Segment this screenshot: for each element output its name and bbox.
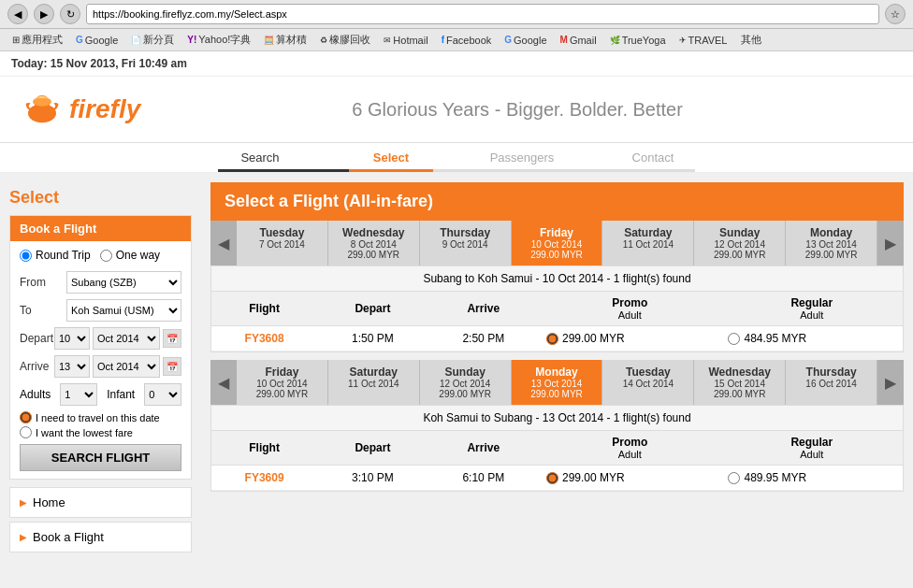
outbound-flight-id[interactable]: FY3608 xyxy=(211,326,317,351)
return-arrive-time: 6:10 PM xyxy=(428,466,539,491)
arrive-row: Arrive 13 Oct 2014 📅 xyxy=(20,355,181,378)
progress-label-select: Select xyxy=(349,151,433,172)
outbound-promo-radio-group[interactable]: 299.00 MYR xyxy=(546,332,713,345)
return-regular-radio-group[interactable]: 489.95 MYR xyxy=(728,471,895,484)
one-way-label[interactable]: One way xyxy=(100,249,160,262)
return-date-selector: ◀ Friday 10 Oct 2014 299.00 MYR Saturday… xyxy=(210,360,904,405)
progress-step-contact[interactable]: Contact xyxy=(611,151,695,172)
return-date-0[interactable]: Friday 10 Oct 2014 299.00 MYR xyxy=(237,360,328,405)
outbound-date-4[interactable]: Saturday 11 Oct 2014 xyxy=(602,221,694,265)
select-flight-title: Select a Flight (All-in-fare) xyxy=(210,182,904,221)
browser-chrome: ◀ ▶ ↻ ☆ ⊞ 應用程式 G Google 📄 新分頁 Y! Yahoo!字… xyxy=(0,0,913,51)
book-flight-content: Round Trip One way From Subang (SZB) xyxy=(10,241,191,479)
return-date-2[interactable]: Sunday 12 Oct 2014 299.00 MYR xyxy=(420,360,512,405)
bookmark-facebook[interactable]: f Facebook xyxy=(437,34,497,47)
lowest-fare-radio[interactable] xyxy=(20,426,32,438)
bookmark-recycle[interactable]: ♻ 橡膠回收 xyxy=(315,32,375,48)
return-flight-link[interactable]: FY3609 xyxy=(245,471,284,484)
today-value: 15 Nov 2013, Fri 10:49 am xyxy=(51,57,187,70)
return-result-header: Koh Samui to Subang - 13 Oct 2014 - 1 fl… xyxy=(211,406,903,431)
refresh-button[interactable]: ↻ xyxy=(60,4,80,24)
round-trip-label[interactable]: Round Trip xyxy=(20,249,91,262)
outbound-date-5[interactable]: Sunday 12 Oct 2014 299.00 MYR xyxy=(694,221,786,265)
return-regular-radio[interactable] xyxy=(728,472,740,484)
book-flight-arrow-icon: ▶ xyxy=(20,532,27,542)
return-promo-radio[interactable] xyxy=(546,472,558,484)
infant-select[interactable]: 0 xyxy=(144,383,181,406)
outbound-flight-link[interactable]: FY3608 xyxy=(245,332,284,345)
return-promo-radio-group[interactable]: 299.00 MYR xyxy=(546,471,713,484)
browser-toolbar: ◀ ▶ ↻ ☆ xyxy=(0,0,913,29)
return-date-6[interactable]: Thursday 16 Oct 2014 xyxy=(786,360,877,405)
bookmark-yahoo[interactable]: Y! Yahoo!字典 xyxy=(182,32,255,48)
return-next-button[interactable]: ▶ xyxy=(877,360,904,405)
outbound-date-1[interactable]: Wednesday 8 Oct 2014 299.00 MYR xyxy=(328,221,420,265)
to-row: To Koh Samui (USM) xyxy=(20,299,181,322)
outbound-date-2[interactable]: Thursday 9 Oct 2014 xyxy=(420,221,512,265)
bookmark-other[interactable]: 其他 xyxy=(736,32,766,48)
outbound-date-0[interactable]: Tuesday 7 Oct 2014 xyxy=(237,221,328,265)
outbound-regular-price[interactable]: 484.95 MYR xyxy=(720,326,903,351)
outbound-regular-radio[interactable] xyxy=(728,333,740,345)
bookmark-google1[interactable]: G Google xyxy=(71,34,123,47)
return-flight-id[interactable]: FY3609 xyxy=(211,466,317,491)
lowest-fare-radio-label[interactable]: I want the lowest fare xyxy=(20,426,181,438)
arrive-label: Arrive xyxy=(20,360,54,373)
bookmark-newtab[interactable]: 📄 新分頁 xyxy=(126,32,179,48)
outbound-prev-button[interactable]: ◀ xyxy=(210,221,237,265)
outbound-depart-time: 1:50 PM xyxy=(317,326,428,351)
today-bar: Today: 15 Nov 2013, Fri 10:49 am xyxy=(0,51,913,77)
to-select[interactable]: Koh Samui (USM) xyxy=(66,299,181,322)
return-date-4[interactable]: Tuesday 14 Oct 2014 xyxy=(602,360,694,405)
bookmark-google2[interactable]: G Google xyxy=(500,34,551,47)
one-way-radio[interactable] xyxy=(100,250,112,262)
return-date-1[interactable]: Saturday 11 Oct 2014 xyxy=(328,360,420,405)
bookmark-travel[interactable]: ✈ TRAVEL xyxy=(674,34,732,47)
arrive-calendar-icon[interactable]: 📅 xyxy=(163,357,181,376)
outbound-section: Select a Flight (All-in-fare) ◀ Tuesday … xyxy=(210,182,904,352)
bookmark-gmail[interactable]: M Gmail xyxy=(556,34,601,47)
depart-calendar-icon[interactable]: 📅 xyxy=(163,329,181,348)
adults-select[interactable]: 1 xyxy=(60,383,97,406)
arrive-month-select[interactable]: Oct 2014 xyxy=(93,355,160,378)
arrive-day-select[interactable]: 13 xyxy=(54,355,90,378)
bookmark-hotmail[interactable]: ✉ Hotmail xyxy=(379,34,432,47)
outbound-promo-price[interactable]: 299.00 MYR xyxy=(539,326,720,351)
outbound-date-6[interactable]: Monday 13 Oct 2014 299.00 MYR xyxy=(786,221,877,265)
forward-button[interactable]: ▶ xyxy=(34,4,54,24)
travel-date-radio-label[interactable]: I need to travel on this date xyxy=(20,411,181,423)
depart-month-select[interactable]: Oct 2014 xyxy=(93,327,160,350)
outbound-date-3[interactable]: Friday 10 Oct 2014 299.00 MYR xyxy=(512,221,603,265)
return-prev-button[interactable]: ◀ xyxy=(210,360,237,405)
progress-step-search[interactable]: Search xyxy=(218,151,302,172)
progress-step-select[interactable]: Select xyxy=(349,151,433,172)
return-promo-price[interactable]: 299.00 MYR xyxy=(539,466,720,491)
sidebar-item-home[interactable]: ▶ Home xyxy=(9,487,192,518)
arrive-selects: 13 Oct 2014 📅 xyxy=(54,355,181,378)
travel-date-radio[interactable] xyxy=(20,411,32,423)
depart-day-select[interactable]: 10 xyxy=(54,327,90,350)
star-button[interactable]: ☆ xyxy=(885,4,906,24)
outbound-next-button[interactable]: ▶ xyxy=(877,221,904,265)
return-regular-price[interactable]: 489.95 MYR xyxy=(720,466,903,491)
return-date-3[interactable]: Monday 13 Oct 2014 299.00 MYR xyxy=(512,360,603,405)
logo-bird-icon xyxy=(19,86,65,133)
infant-label: Infant xyxy=(107,388,135,401)
bookmark-trueyoga[interactable]: 🌿 TrueYoga xyxy=(605,34,671,47)
page: Today: 15 Nov 2013, Fri 10:49 am firefly… xyxy=(0,51,913,566)
bookmark-apps[interactable]: ⊞ 應用程式 xyxy=(7,32,67,48)
outbound-regular-radio-group[interactable]: 484.95 MYR xyxy=(728,332,895,345)
progress-step-passengers[interactable]: Passengers xyxy=(480,151,564,172)
outbound-result-table: Flight Depart Arrive Promo Adult Regular… xyxy=(211,292,903,351)
bookmark-calc[interactable]: 🧮 算材積 xyxy=(259,32,312,48)
book-flight-header: Book a Flight xyxy=(10,216,191,241)
url-bar[interactable] xyxy=(86,4,879,24)
back-button[interactable]: ◀ xyxy=(7,4,28,24)
round-trip-radio[interactable] xyxy=(20,250,32,262)
today-label: Today: xyxy=(11,57,47,70)
search-flight-button[interactable]: SEARCH FLIGHT xyxy=(20,444,181,471)
outbound-promo-radio[interactable] xyxy=(546,333,558,345)
from-select[interactable]: Subang (SZB) xyxy=(66,271,181,294)
return-date-5[interactable]: Wednesday 15 Oct 2014 299.00 MYR xyxy=(694,360,786,405)
sidebar-item-book-flight[interactable]: ▶ Book a Flight xyxy=(9,522,192,552)
